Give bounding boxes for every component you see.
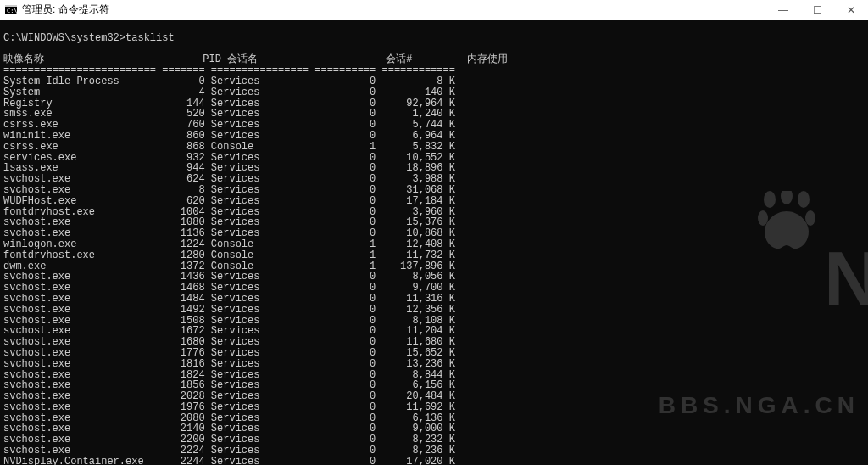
window-title: 管理员: 命令提示符 <box>22 3 109 17</box>
svg-text:C:\: C:\ <box>7 8 17 14</box>
terminal[interactable]: C:\WINDOWS\system32>tasklist 映像名称 PID 会话… <box>0 20 868 465</box>
titlebar: C:\ 管理员: 命令提示符 — ☐ ✕ <box>0 0 868 20</box>
close-button[interactable]: ✕ <box>834 0 868 20</box>
maximize-button[interactable]: ☐ <box>800 0 834 20</box>
cmd-icon: C:\ <box>5 5 17 15</box>
svg-rect-1 <box>5 5 17 7</box>
minimize-button[interactable]: — <box>766 0 800 20</box>
terminal-output: C:\WINDOWS\system32>tasklist 映像名称 PID 会话… <box>3 33 868 465</box>
